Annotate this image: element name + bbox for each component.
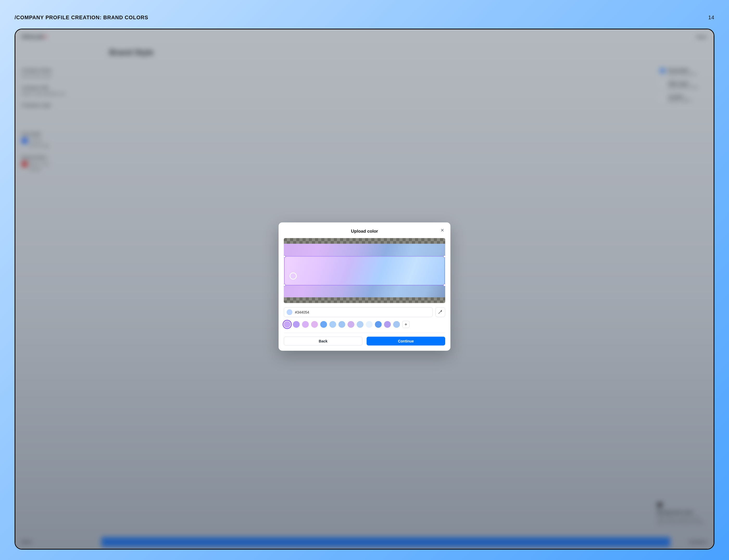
swatch-row: +: [284, 321, 445, 328]
modal-title: Upload color: [284, 229, 445, 234]
color-sampler-ring[interactable]: [289, 272, 297, 280]
device-frame: HireLab● Help? Brand Style Company Name …: [15, 29, 714, 550]
eyedropper-button[interactable]: [435, 307, 445, 317]
slide-header: /COMPANY PROFILE CREATION: BRAND COLORS …: [15, 15, 714, 21]
resize-handle-bottom-left[interactable]: [284, 284, 285, 286]
plus-icon: +: [405, 322, 408, 327]
close-button[interactable]: [440, 228, 445, 233]
color-swatch-7[interactable]: [347, 321, 354, 328]
add-swatch-button[interactable]: +: [402, 321, 410, 328]
color-swatch-10[interactable]: [375, 321, 382, 328]
color-swatch-8[interactable]: [357, 321, 363, 328]
color-swatch-0[interactable]: [284, 321, 290, 328]
slide-page-number: 14: [708, 15, 714, 21]
color-swatch-11[interactable]: [384, 321, 391, 328]
color-picker-canvas[interactable]: [284, 238, 445, 303]
resize-handle-top-right[interactable]: [444, 256, 445, 258]
color-swatch-3[interactable]: [311, 321, 318, 328]
upload-color-modal: Upload color: [278, 222, 451, 351]
color-swatch-1[interactable]: [293, 321, 300, 328]
color-swatch-5[interactable]: [329, 321, 336, 328]
hex-input-wrapper: [284, 307, 433, 317]
color-swatch-2[interactable]: [302, 321, 309, 328]
eyedropper-icon: [438, 310, 443, 315]
color-swatch-12[interactable]: [393, 321, 400, 328]
divider: [284, 333, 445, 333]
resize-handle-top-left[interactable]: [284, 256, 285, 258]
continue-button[interactable]: Continue: [367, 337, 445, 346]
color-swatch-4[interactable]: [320, 321, 327, 328]
slide-breadcrumb: /COMPANY PROFILE CREATION: BRAND COLORS: [15, 15, 148, 21]
resize-handle-bottom-right[interactable]: [444, 284, 445, 286]
current-color-swatch: [287, 309, 292, 315]
selection-rectangle[interactable]: [284, 256, 445, 285]
close-icon: [440, 228, 445, 233]
color-swatch-6[interactable]: [338, 321, 345, 328]
hex-input[interactable]: [295, 310, 430, 314]
color-swatch-9[interactable]: [366, 321, 373, 328]
back-button[interactable]: Back: [284, 337, 362, 346]
